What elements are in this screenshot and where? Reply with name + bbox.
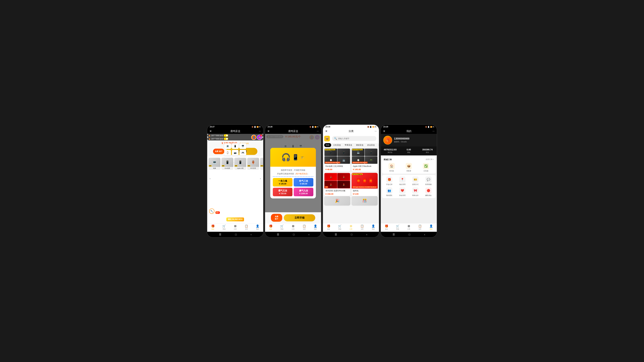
cat-tab-fortune[interactable]: 幸运盲盒 [377, 143, 379, 147]
close-button-2[interactable]: ✕ [267, 129, 270, 133]
menu-g-3[interactable]: ☰ [335, 233, 337, 236]
toggle-1[interactable] [224, 134, 228, 137]
home-g-2[interactable]: □ [293, 233, 295, 236]
menu-gesture-icon[interactable]: ☰ [219, 233, 221, 236]
close-button-3[interactable]: ✕ [325, 129, 328, 133]
nav4-shop[interactable]: 🛒 商城 [392, 224, 403, 230]
bottom-nav-2: 🎁 抽盒 🛒 商城 ⊞ 分类 📋 仓库 👤 我的 [265, 223, 321, 232]
back-g-3[interactable]: ‹ [366, 233, 367, 236]
product-grid-card-1[interactable]: 📱 📱 ⌚ 💻 All Free Shipping 299 iPhone iPa… [324, 148, 350, 172]
func-support[interactable]: 💬 联系客服 [423, 176, 434, 186]
func-finance[interactable]: ❤️ 资金管理 [397, 187, 408, 197]
func-team[interactable]: 👥 我的团队 [384, 187, 395, 197]
nav3-wh[interactable]: 📋 仓库 [356, 224, 368, 230]
modal-link[interactable]: 用户购买协议 [296, 173, 307, 175]
cat-tab-wine[interactable]: 酒道盲盒 [354, 143, 365, 147]
close-button-1[interactable]: ✕ [210, 129, 212, 133]
nav-arrow-right[interactable]: › [258, 177, 262, 181]
more-button-4[interactable]: ··· [432, 130, 434, 133]
lucky-bag-icon-3: 🧧 [368, 178, 374, 183]
nav2-cat[interactable]: ⊞ 分类 [288, 224, 298, 230]
product-card-3[interactable]: 📱 299 Apple I3英 [234, 158, 246, 170]
more-button-1[interactable]: ··· [259, 130, 261, 133]
pending-pay-label: 待付款 [384, 170, 400, 172]
nav2-wh[interactable]: 📋 仓库 [299, 224, 310, 230]
nav-item-category[interactable]: ⊞ 分类 [230, 224, 241, 230]
more-button-2[interactable]: ··· [317, 130, 319, 133]
more-button-3[interactable]: ··· [375, 130, 377, 133]
btn-nine-shot[interactable]: 豪气九连 ¥ 1305.00 [294, 188, 313, 196]
func-withdraw[interactable]: 🎫 提现方式 [410, 176, 421, 186]
nav4-wh[interactable]: 📋 仓库 [414, 224, 426, 230]
nav-item-mine[interactable]: 👤 我的 [252, 224, 263, 230]
home-gesture-icon[interactable]: □ [235, 233, 237, 236]
nav4-me[interactable]: 👤 我的 [426, 224, 437, 230]
btn-three-shot[interactable]: 欧气三连 ¥ 435.00 [294, 178, 313, 187]
tool-icon[interactable]: 🔧 [209, 209, 214, 214]
order-all[interactable]: 全部订单 > [426, 158, 434, 161]
nav-item-warehouse[interactable]: 📋 仓库 [241, 224, 252, 230]
back-g-4[interactable]: ‹ [424, 233, 425, 236]
menu-g-2[interactable]: ☰ [277, 233, 279, 236]
back-gesture-icon[interactable]: ‹ [250, 233, 252, 236]
product-grid-card-4[interactable]: 🧧 🧧 🧧 All Free Shipping 399 Apple MacBoo… [352, 173, 378, 196]
product-card-4[interactable]: 🏺 399 宋代官窑 [247, 158, 259, 170]
menu-g-4[interactable]: ☰ [392, 233, 395, 236]
home-g-3[interactable]: □ [351, 233, 352, 236]
func-earn[interactable]: 🔴 赚取佣金 [423, 187, 434, 197]
cat-tab-general[interactable]: 综合 [324, 143, 331, 147]
hero-area: 🔥 130****0000 获得 🔥 130****0000 获得 👤 [207, 134, 263, 140]
pending-receive-label: 待收货 [401, 170, 417, 172]
price-badge-3: 299 [234, 165, 238, 167]
nav3-cat[interactable]: ⊞ 分类 [345, 224, 356, 230]
nav2-me[interactable]: 👤 我的 [310, 224, 321, 230]
user-avatar-1[interactable]: 👤 [251, 135, 256, 140]
address-icon: 📍 [399, 176, 406, 183]
toggle-2[interactable] [224, 138, 228, 140]
hero-item-6: 🎮 [240, 150, 246, 156]
nav3-shop[interactable]: 🛒 商城 [334, 224, 345, 230]
nav-arrow-left[interactable]: ‹ [208, 177, 212, 181]
product-grid-card-6[interactable]: 🎊 [352, 196, 378, 206]
nav4-cat[interactable]: ⊞ 分类 [403, 224, 414, 230]
cat-tab-lucky[interactable]: 好运盲盒 [366, 143, 376, 147]
nav3-box[interactable]: 🎁 抽盒 [323, 224, 334, 230]
home-g-4[interactable]: □ [409, 233, 410, 236]
product-grid-card-3[interactable]: 💄 💄 💄 💄 399 宋代官窑 流霜53%vol酱 ¥ 158.00 [324, 173, 350, 196]
nav2-shop[interactable]: 🛒 商城 [276, 224, 288, 230]
earn-icon: 🔴 [425, 187, 432, 194]
order-type-pending-receive[interactable]: 📦 待收货 [401, 163, 417, 172]
nav-item-box[interactable]: 🎁 抽盒 [207, 224, 218, 230]
product-grid-card-2[interactable]: 💻 📱 ⌚ 📟 All Free Shipping 299 iPhone iPa… [352, 148, 378, 172]
cc-icon[interactable]: CC [216, 211, 220, 214]
product-grid-card-5[interactable]: 🎉 [324, 196, 350, 206]
product-card-2[interactable]: 📱 299 Dior迪奥 [222, 158, 233, 170]
open-box-button-2[interactable]: 立即开箱 [284, 214, 315, 221]
product-card-5[interactable]: 🖥️ 399 宋代官 [260, 158, 263, 170]
func-open-record[interactable]: 🎁 开盒记录 [384, 176, 395, 186]
search-bar[interactable]: 🔍 [332, 136, 376, 141]
nav-label-warehouse: 仓库 [245, 228, 248, 230]
close-button-4[interactable]: ✕ [383, 129, 385, 133]
nav3-me[interactable]: 👤 我的 [368, 224, 379, 230]
lipstick-1: 💄 [324, 173, 337, 181]
search-input[interactable] [338, 137, 374, 140]
order-type-pending-pay[interactable]: 🏠 待付款 [384, 163, 400, 172]
free-box-button-2[interactable]: 免费箱子 [271, 214, 282, 222]
btn-one-shot[interactable]: 一发入魂 ¥ 145.00 [273, 178, 292, 187]
card-label-1: 电脑 [208, 167, 220, 170]
price-badge-1: 399 [209, 165, 212, 167]
nav2-box[interactable]: 🎁 抽盒 [265, 224, 276, 230]
free-box-button[interactable]: 免费 箱子 [213, 149, 224, 154]
nav-item-shop[interactable]: 🛒 商城 [218, 224, 230, 230]
btn-five-shot[interactable]: 霸气五连 ¥ 725.00 [273, 188, 292, 196]
product-card-1[interactable]: 💻 399 电脑 [208, 158, 220, 170]
func-business[interactable]: 🎀 商务合作 [410, 187, 421, 197]
nav4-box[interactable]: 🎁 抽盒 [381, 224, 392, 230]
back-g-2[interactable]: ‹ [308, 233, 309, 236]
cat-tab-lipstick[interactable]: 口红盲盒 [332, 143, 342, 147]
modal-overlay[interactable]: 🎧 📱 🚁 满意即可发货，不满意可回收 开盒即已阅读并同意（用户购买协议） [265, 134, 321, 212]
func-address[interactable]: 📍 地址管理 [397, 176, 408, 186]
cat-tab-apple[interactable]: 苹果盲盒 [343, 143, 354, 147]
order-type-completed[interactable]: ✅ 已完成 [418, 163, 434, 172]
